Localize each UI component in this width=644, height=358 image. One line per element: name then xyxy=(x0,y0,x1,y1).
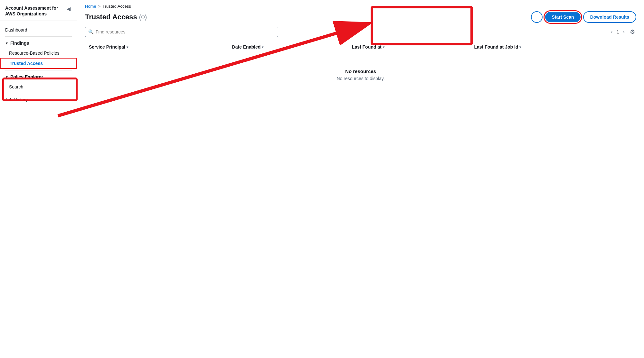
toolbar: 🔍 ‹ 1 › ⚙ xyxy=(77,27,644,41)
settings-button[interactable]: ⚙ xyxy=(629,27,636,37)
page-count: (0) xyxy=(139,14,147,21)
empty-state: No resources No resources to display. xyxy=(85,53,636,96)
page-actions: Start Scan Download Results xyxy=(531,11,636,23)
col-date-enabled-label: Date Enabled xyxy=(232,44,261,50)
breadcrumb: Home > Trusted Access xyxy=(77,0,644,11)
col-last-found-at-job-id-label: Last Found at Job Id xyxy=(474,44,518,50)
findings-label: Findings xyxy=(10,41,29,46)
pagination-page: 1 xyxy=(617,29,619,34)
start-scan-button[interactable]: Start Scan xyxy=(545,12,580,22)
sidebar-section-findings[interactable]: ▼ Findings xyxy=(0,38,77,48)
sidebar-item-job-history[interactable]: Job History xyxy=(0,95,77,105)
sidebar: Account Assessment for AWS Organizations… xyxy=(0,0,77,358)
sort-last-found-at-icon[interactable]: ▾ xyxy=(383,45,384,49)
sidebar-section-policy-explorer[interactable]: ▼ Policy Explorer xyxy=(0,72,77,82)
col-last-found-at-job-id: Last Found at Job Id ▾ xyxy=(470,41,636,53)
sidebar-header: Account Assessment for AWS Organizations… xyxy=(0,0,77,21)
sidebar-item-trusted-access[interactable]: Trusted Access xyxy=(0,58,77,69)
sidebar-item-search[interactable]: Search xyxy=(0,82,77,92)
breadcrumb-separator: > xyxy=(98,4,101,9)
search-icon: 🔍 xyxy=(88,29,94,34)
empty-state-cell: No resources No resources to display. xyxy=(85,53,636,97)
divider-2 xyxy=(5,70,72,70)
table-body: No resources No resources to display. xyxy=(85,53,636,97)
page-title-group: Trusted Access (0) xyxy=(85,13,147,21)
col-service-principal: Service Principal ▾ xyxy=(85,41,228,53)
divider-3 xyxy=(5,93,72,93)
main-content: Home > Trusted Access Trusted Access (0)… xyxy=(77,0,644,358)
sort-service-principal-icon[interactable]: ▾ xyxy=(127,45,128,49)
sort-date-enabled-icon[interactable]: ▾ xyxy=(262,45,263,49)
search-input[interactable] xyxy=(85,27,278,37)
policy-explorer-arrow-icon: ▼ xyxy=(5,75,8,79)
empty-title: No resources xyxy=(93,69,629,74)
table-container: Service Principal ▾ Date Enabled ▾ Last … xyxy=(77,41,644,358)
download-results-button[interactable]: Download Results xyxy=(583,11,636,23)
empty-state-row: No resources No resources to display. xyxy=(85,53,636,97)
resources-table: Service Principal ▾ Date Enabled ▾ Last … xyxy=(85,41,636,96)
breadcrumb-home[interactable]: Home xyxy=(85,4,96,9)
sidebar-item-resource-based-policies[interactable]: Resource-Based Policies xyxy=(0,48,77,58)
sort-last-found-at-job-id-icon[interactable]: ▾ xyxy=(519,45,521,49)
divider-1 xyxy=(5,36,72,37)
circle-button[interactable] xyxy=(531,11,543,23)
pagination: ‹ 1 › ⚙ xyxy=(610,27,636,37)
sidebar-nav: Dashboard ▼ Findings Resource-Based Poli… xyxy=(0,21,77,109)
page-title: Trusted Access xyxy=(85,13,137,21)
policy-explorer-label: Policy Explorer xyxy=(10,74,43,79)
app-title: Account Assessment for AWS Organizations xyxy=(5,5,65,17)
pagination-prev-button[interactable]: ‹ xyxy=(610,28,614,36)
sidebar-item-dashboard[interactable]: Dashboard xyxy=(0,25,77,35)
table-header: Service Principal ▾ Date Enabled ▾ Last … xyxy=(85,41,636,53)
page-header: Trusted Access (0) Start Scan Download R… xyxy=(77,11,644,27)
breadcrumb-current: Trusted Access xyxy=(102,4,131,9)
col-service-principal-label: Service Principal xyxy=(89,44,125,50)
col-last-found-at-label: Last Found at xyxy=(352,44,382,50)
col-date-enabled: Date Enabled ▾ xyxy=(228,41,348,53)
sidebar-collapse-button[interactable]: ◀ xyxy=(65,6,72,12)
search-container: 🔍 xyxy=(85,27,278,37)
empty-desc: No resources to display. xyxy=(93,76,629,81)
pagination-next-button[interactable]: › xyxy=(622,28,626,36)
findings-arrow-icon: ▼ xyxy=(5,41,8,45)
col-last-found-at: Last Found at ▾ xyxy=(348,41,470,53)
